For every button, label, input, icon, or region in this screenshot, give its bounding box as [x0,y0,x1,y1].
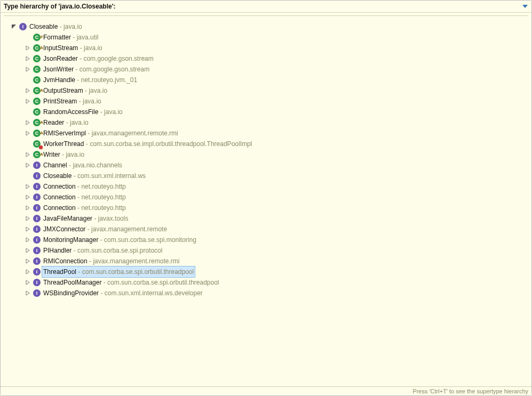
svg-marker-0 [522,5,528,8]
tree-row[interactable]: IRMIConnection - javax.management.remote… [4,256,528,266]
type-name: MonitoringManager [43,236,98,244]
type-name: JsonWriter [43,66,74,73]
tree-row[interactable]: IChannel - java.nio.channels [4,160,528,171]
type-package: com.google.gson.stream [83,55,153,62]
type-name: Channel [43,161,67,169]
svg-marker-20 [26,280,29,285]
type-icon: I [33,236,41,244]
tree-row[interactable]: IJMXConnector - javax.management.remote [4,224,528,235]
svg-marker-1 [12,25,16,29]
tree-row[interactable]: IConnection - net.routeyo.http [4,181,528,192]
svg-marker-13 [26,206,29,210]
expand-icon[interactable] [24,119,31,126]
tree-row[interactable]: IWSBindingProvider - com.sun.xml.interna… [4,288,528,298]
type-name: PIHandler [43,247,72,254]
tree-row[interactable]: CJsonWriter - com.google.gson.stream [4,64,528,75]
svg-marker-6 [26,99,29,103]
type-icon: I [33,257,41,265]
tree-row[interactable]: CJsonReader - com.google.gson.stream [4,53,528,64]
type-package: java.io [89,87,107,94]
tree-row[interactable]: IThreadPool - com.sun.corba.se.spi.orbut… [4,266,528,277]
type-package: java.io [104,108,123,116]
expand-icon[interactable] [24,87,31,94]
tree-row[interactable]: CAReader - java.io [4,117,528,128]
type-name: Connection [43,183,76,190]
expand-icon[interactable] [24,55,31,62]
tree-row[interactable]: CJvmHandle - net.routeyo.jvm._01 [4,75,528,85]
type-name: JMXConnector [43,225,85,233]
tree-row[interactable]: ICloseable - java.io [4,21,528,32]
svg-marker-3 [26,56,29,61]
svg-marker-15 [26,227,29,231]
svg-marker-8 [26,131,29,135]
type-package: java.io [63,23,82,30]
tree-row[interactable]: IMonitoringManager - com.sun.corba.se.sp… [4,235,528,245]
type-name: InputStream [43,44,78,52]
expand-icon[interactable] [24,183,31,190]
expand-icon[interactable] [24,193,31,201]
expand-icon[interactable] [24,279,31,286]
type-icon: CA [33,86,41,95]
expand-icon[interactable] [24,225,31,233]
type-name: ThreadPoolManager [43,279,101,286]
type-icon: I [33,182,41,191]
type-icon: CF [33,33,41,42]
expand-icon[interactable] [24,236,31,244]
expand-icon[interactable] [24,161,31,169]
tree-row[interactable]: IPIHandler - com.sun.corba.se.spi.protoc… [4,245,528,256]
tree-row[interactable]: CARMIServerImpl - javax.management.remot… [4,128,528,139]
type-name: RMIServerImpl [43,130,86,137]
view-menu-icon[interactable] [522,3,528,10]
type-icon: CA [33,150,41,159]
tree-row[interactable]: CRandomAccessFile - java.io [4,107,528,117]
expand-icon[interactable] [24,268,31,276]
type-package: com.sun.corba.se.impl.orbutil.threadpool… [90,140,252,148]
expand-icon[interactable] [10,23,18,30]
tree-row[interactable]: CAOutputStream - java.io [4,85,528,96]
svg-marker-21 [26,291,29,295]
expand-icon[interactable] [24,44,31,52]
type-name: JsonReader [43,55,78,62]
type-package: com.sun.corba.se.spi.orbutil.threadpool [107,279,219,286]
expand-icon[interactable] [24,151,31,158]
expand-icon[interactable] [24,66,31,73]
type-icon: I [33,225,41,233]
type-name: Formatter [43,34,71,41]
expand-icon[interactable] [24,247,31,254]
tree-row[interactable]: CFFormatter - java.util [4,32,528,43]
expand-icon[interactable] [24,215,31,222]
expand-icon[interactable] [24,204,31,212]
tree-row[interactable]: CAInputStream - java.io [4,43,528,53]
type-icon: I [33,214,41,223]
type-name: Connection [43,193,76,201]
type-package: java.io [66,151,84,158]
type-package: javax.management.remote [91,225,167,233]
type-name: Connection [43,204,76,212]
type-icon: I [33,161,41,169]
tree-row[interactable]: IConnection - net.routeyo.http [4,203,528,213]
type-hierarchy-panel: Type hierarchy of 'java.io.Closeable': I… [0,0,532,396]
type-tree[interactable]: ICloseable - java.ioCFFormatter - java.u… [4,15,528,384]
svg-marker-16 [26,238,29,242]
type-icon: I [33,246,41,255]
tree-row[interactable]: ICloseable - com.sun.xml.internal.ws [4,171,528,181]
type-icon: C [33,54,41,63]
type-name: RMIConnection [43,257,88,265]
panel-header: Type hierarchy of 'java.io.Closeable': [1,1,531,13]
expand-icon[interactable] [24,289,31,297]
tree-row[interactable]: CAWriter - java.io [4,149,528,160]
expand-icon[interactable] [24,98,31,105]
expand-icon[interactable] [24,130,31,137]
type-package: net.routeyo.http [81,183,125,190]
tree-row[interactable]: CWorkerThread - com.sun.corba.se.impl.or… [4,139,528,149]
type-package: net.routeyo.jvm._01 [81,76,137,84]
tree-row[interactable]: IJavaFileManager - javax.tools [4,213,528,224]
type-icon: C [33,108,41,116]
tree-row[interactable]: CPrintStream - java.io [4,96,528,107]
tree-row[interactable]: IConnection - net.routeyo.http [4,192,528,203]
type-package: java.io [70,119,89,126]
type-icon: I [33,268,41,276]
footer-hint-text: Press 'Ctrl+T' to see the supertype hier… [412,388,528,394]
expand-icon[interactable] [24,257,31,265]
tree-row[interactable]: IThreadPoolManager - com.sun.corba.se.sp… [4,277,528,288]
